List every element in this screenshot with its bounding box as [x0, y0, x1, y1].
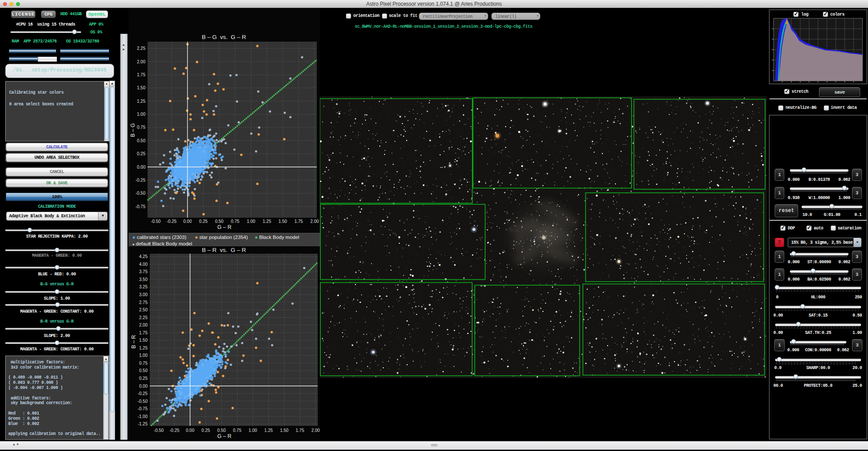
svg-text:0.50: 0.50 — [215, 219, 224, 224]
svg-text:G – R: G – R — [217, 433, 232, 439]
svg-text:-1.00: -1.00 — [138, 414, 148, 419]
svg-text:4.00: 4.00 — [139, 262, 148, 267]
svg-text:-0.75: -0.75 — [135, 204, 145, 209]
svg-text:1.25: 1.25 — [139, 346, 148, 350]
svg-text:1.00: 1.00 — [249, 428, 257, 433]
svg-text:-0.50: -0.50 — [135, 191, 145, 196]
svg-text:4.25: 4.25 — [139, 254, 148, 259]
svg-text:0.25: 0.25 — [199, 219, 208, 224]
svg-text:2.25: 2.25 — [137, 46, 146, 51]
svg-text:-0.50: -0.50 — [151, 219, 161, 224]
svg-text:0.50: 0.50 — [137, 138, 146, 143]
svg-text:2.50: 2.50 — [139, 307, 148, 312]
svg-text:1.00: 1.00 — [247, 219, 256, 224]
svg-text:0.50: 0.50 — [139, 368, 148, 373]
svg-text:-0.25: -0.25 — [167, 219, 177, 224]
svg-text:0.25: 0.25 — [139, 376, 148, 381]
svg-text:2.25: 2.25 — [139, 315, 148, 320]
svg-text:0.25: 0.25 — [137, 151, 146, 156]
svg-text:0.25: 0.25 — [201, 428, 210, 433]
svg-text:1.50: 1.50 — [139, 338, 148, 343]
svg-text:1.00: 1.00 — [139, 353, 148, 358]
svg-text:1.75: 1.75 — [294, 219, 303, 224]
svg-text:1.25: 1.25 — [264, 428, 273, 433]
svg-text:0.75: 0.75 — [139, 361, 148, 366]
svg-text:0.00: 0.00 — [139, 384, 148, 389]
svg-text:2.75: 2.75 — [139, 300, 148, 305]
svg-text:-0.25: -0.25 — [135, 178, 145, 183]
svg-text:1.75: 1.75 — [296, 428, 304, 433]
svg-text:2.00: 2.00 — [137, 59, 146, 64]
svg-text:0.75: 0.75 — [231, 219, 240, 224]
svg-text:G – R: G – R — [217, 224, 232, 230]
svg-text:-0.50: -0.50 — [154, 428, 164, 433]
svg-text:-1.25: -1.25 — [138, 422, 148, 426]
svg-text:-0.50: -0.50 — [138, 399, 148, 404]
svg-text:3.75: 3.75 — [139, 269, 148, 274]
svg-text:-0.75: -0.75 — [138, 406, 148, 411]
svg-text:1.50: 1.50 — [137, 85, 146, 90]
svg-text:2.00: 2.00 — [139, 323, 148, 327]
svg-text:B – R vs. G – R: B – R vs. G – R — [202, 247, 246, 253]
svg-text:1.25: 1.25 — [137, 99, 146, 104]
svg-text:-0.25: -0.25 — [138, 391, 148, 396]
svg-text:1.00: 1.00 — [137, 112, 146, 117]
svg-text:2.00: 2.00 — [311, 428, 320, 433]
svg-text:2.00: 2.00 — [310, 219, 319, 224]
svg-text:B – R: B – R — [131, 335, 137, 348]
svg-text:0.00: 0.00 — [186, 428, 194, 433]
svg-text:3.00: 3.00 — [139, 292, 148, 297]
svg-text:3.25: 3.25 — [139, 284, 148, 289]
svg-text:0.75: 0.75 — [137, 125, 146, 130]
svg-text:B – G vs. G – R: B – G vs. G – R — [202, 34, 246, 40]
svg-text:0.50: 0.50 — [217, 428, 226, 433]
svg-text:0.75: 0.75 — [233, 428, 242, 433]
svg-text:0.00: 0.00 — [183, 219, 192, 224]
svg-text:1.50: 1.50 — [279, 219, 287, 224]
svg-text:1.75: 1.75 — [139, 330, 148, 335]
svg-text:0.00: 0.00 — [137, 165, 146, 170]
svg-text:1.50: 1.50 — [280, 428, 289, 433]
svg-text:B – G: B – G — [130, 123, 136, 137]
svg-text:1.75: 1.75 — [137, 72, 146, 77]
svg-text:-0.25: -0.25 — [170, 428, 180, 433]
svg-text:3.50: 3.50 — [139, 277, 148, 282]
svg-text:1.25: 1.25 — [263, 219, 271, 224]
